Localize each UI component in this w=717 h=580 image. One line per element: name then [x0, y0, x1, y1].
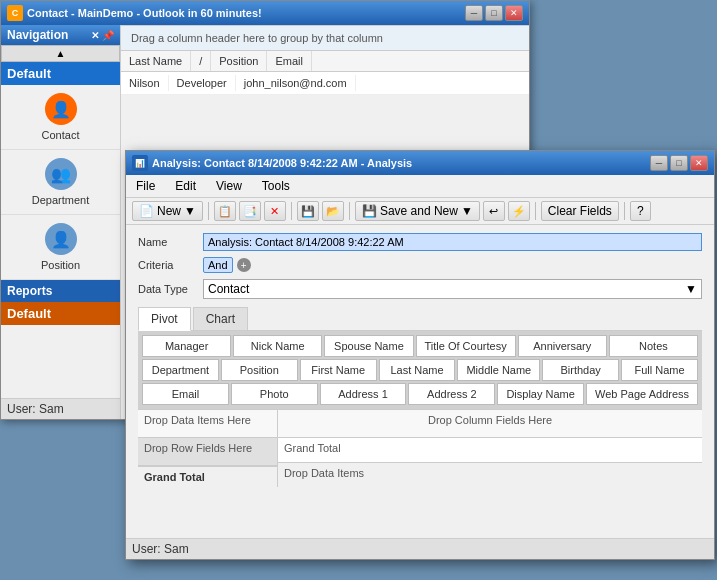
sidebar-item-position[interactable]: 👤 Position	[1, 215, 120, 280]
field-department[interactable]: Department	[142, 359, 219, 381]
analysis-undo-btn[interactable]: ↩	[483, 201, 505, 221]
field-birthday[interactable]: Birthday	[542, 359, 619, 381]
field-full-name[interactable]: Full Name	[621, 359, 698, 381]
close-button[interactable]: ✕	[505, 5, 523, 21]
sidebar-header: Navigation ✕ 📌	[1, 25, 120, 45]
position-icon: 👤	[45, 223, 77, 255]
drop-data-items-area[interactable]: Drop Data Items Here	[138, 410, 277, 438]
field-middle-name[interactable]: Middle Name	[457, 359, 540, 381]
analysis-toolbar: 📄 New ▼ 📋 📑 ✕ 💾 📂 💾 Save and New ▼ ↩ ⚡ C…	[126, 198, 714, 225]
analysis-menu-tools[interactable]: Tools	[258, 177, 294, 195]
analysis-btn-4[interactable]: ⚡	[508, 201, 530, 221]
analysis-win-controls: ─ □ ✕	[650, 155, 708, 171]
criteria-plus-button[interactable]: +	[237, 258, 251, 272]
analysis-window-title: Analysis: Contact 8/14/2008 9:42:22 AM -…	[152, 157, 412, 169]
analysis-close-button[interactable]: ✕	[690, 155, 708, 171]
name-input[interactable]: Analysis: Contact 8/14/2008 9:42:22 AM	[203, 233, 702, 251]
save-new-label: Save and New	[380, 204, 458, 218]
field-title-of-courtesy[interactable]: Title Of Courtesy	[416, 335, 516, 357]
analysis-sep-1	[208, 202, 209, 220]
main-user-label: User: Sam	[7, 402, 64, 416]
field-last-name[interactable]: Last Name	[379, 359, 456, 381]
analysis-btn-3[interactable]: 📂	[322, 201, 344, 221]
datatype-select[interactable]: Contact ▼	[203, 279, 702, 299]
sidebar-position-label: Position	[41, 259, 80, 271]
minimize-button[interactable]: ─	[465, 5, 483, 21]
pivot-right: Drop Column Fields Here Grand Total Drop…	[278, 410, 702, 487]
sidebar-item-contact[interactable]: 👤 Contact	[1, 85, 120, 150]
field-row-3: Email Photo Address 1 Address 2 Display …	[142, 383, 698, 405]
main-titlebar: C Contact - MainDemo - Outlook in 60 min…	[1, 1, 529, 25]
analysis-menu-file[interactable]: File	[132, 177, 159, 195]
analysis-new-dropdown-icon: ▼	[184, 204, 196, 218]
analysis-tabs: Pivot Chart	[138, 307, 702, 331]
table-row[interactable]: Nilson Developer john_nilson@nd.com	[121, 72, 529, 95]
save-new-button[interactable]: 💾 Save and New ▼	[355, 201, 480, 221]
field-anniversary[interactable]: Anniversary	[518, 335, 607, 357]
pivot-left: Drop Data Items Here Drop Row Fields Her…	[138, 410, 278, 487]
field-nickname[interactable]: Nick Name	[233, 335, 322, 357]
contact-icon: 👤	[45, 93, 77, 125]
criteria-label: Criteria	[138, 259, 203, 271]
drop-row-fields-area[interactable]: Drop Row Fields Here	[138, 438, 277, 466]
pivot-area: Drop Data Items Here Drop Row Fields Her…	[138, 409, 702, 487]
sidebar-contact-label: Contact	[42, 129, 80, 141]
field-photo[interactable]: Photo	[231, 383, 318, 405]
cell-lastname: Nilson	[121, 75, 169, 91]
nav-default-label: Default	[1, 62, 120, 85]
col-sep: /	[191, 51, 211, 71]
field-web-page[interactable]: Web Page Address	[586, 383, 698, 405]
help-button[interactable]: ?	[630, 201, 651, 221]
clear-fields-button[interactable]: Clear Fields	[541, 201, 619, 221]
maximize-button[interactable]: □	[485, 5, 503, 21]
drop-column-fields-area[interactable]: Drop Column Fields Here	[278, 410, 702, 438]
analysis-status-bar: User: Sam	[126, 538, 714, 559]
sidebar-close-icon[interactable]: ✕	[91, 30, 99, 41]
tab-chart[interactable]: Chart	[193, 307, 248, 330]
col-lastname[interactable]: Last Name	[121, 51, 191, 71]
analysis-btn-2[interactable]: 📑	[239, 201, 261, 221]
cell-email: john_nilson@nd.com	[236, 75, 356, 91]
department-icon: 👥	[45, 158, 77, 190]
field-notes[interactable]: Notes	[609, 335, 698, 357]
analysis-menu-edit[interactable]: Edit	[171, 177, 200, 195]
field-row-2: Department Position First Name Last Name…	[142, 359, 698, 381]
analysis-btn-delete[interactable]: ✕	[264, 201, 286, 221]
analysis-app-icon: 📊	[132, 155, 148, 171]
drop-data-items-bottom[interactable]: Drop Data Items	[278, 462, 702, 483]
analysis-maximize-button[interactable]: □	[670, 155, 688, 171]
field-position[interactable]: Position	[221, 359, 298, 381]
datatype-label: Data Type	[138, 283, 203, 295]
col-position[interactable]: Position	[211, 51, 267, 71]
field-address2[interactable]: Address 2	[408, 383, 495, 405]
field-first-name[interactable]: First Name	[300, 359, 377, 381]
analysis-sep-2	[291, 202, 292, 220]
field-address1[interactable]: Address 1	[320, 383, 407, 405]
main-app-icon: C	[7, 5, 23, 21]
analysis-sep-3	[349, 202, 350, 220]
field-email[interactable]: Email	[142, 383, 229, 405]
tab-pivot[interactable]: Pivot	[138, 307, 191, 331]
analysis-btn-save[interactable]: 💾	[297, 201, 319, 221]
analysis-menu-view[interactable]: View	[212, 177, 246, 195]
analysis-window: 📊 Analysis: Contact 8/14/2008 9:42:22 AM…	[125, 150, 715, 560]
analysis-new-label: New	[157, 204, 181, 218]
analysis-new-button[interactable]: 📄 New ▼	[132, 201, 203, 221]
criteria-area: And +	[203, 257, 251, 273]
analysis-minimize-button[interactable]: ─	[650, 155, 668, 171]
nav-scroll-up[interactable]: ▲	[1, 45, 120, 62]
col-email[interactable]: Email	[267, 51, 312, 71]
sidebar-header-icons: ✕ 📌	[91, 30, 114, 41]
grand-total-right: Grand Total	[278, 438, 702, 462]
criteria-and-tag[interactable]: And	[203, 257, 233, 273]
sidebar-item-department[interactable]: 👥 Department	[1, 150, 120, 215]
clear-fields-label: Clear Fields	[548, 204, 612, 218]
field-spouse-name[interactable]: Spouse Name	[324, 335, 413, 357]
field-grid: Manager Nick Name Spouse Name Title Of C…	[138, 331, 702, 409]
analysis-titlebar-left: 📊 Analysis: Contact 8/14/2008 9:42:22 AM…	[132, 155, 412, 171]
analysis-btn-1[interactable]: 📋	[214, 201, 236, 221]
sidebar-pin-icon[interactable]: 📌	[102, 30, 114, 41]
field-display-name[interactable]: Display Name	[497, 383, 584, 405]
field-manager[interactable]: Manager	[142, 335, 231, 357]
datatype-row: Data Type Contact ▼	[138, 279, 702, 299]
